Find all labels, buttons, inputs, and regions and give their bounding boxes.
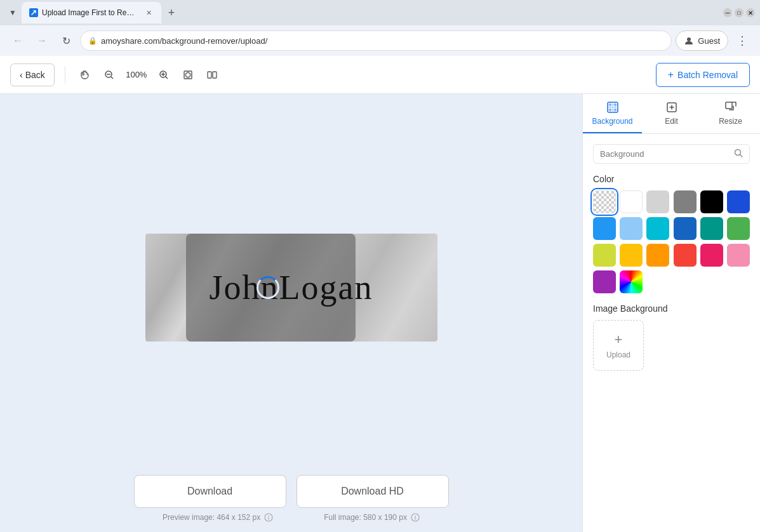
image-wrapper: JohnLogan: [145, 234, 437, 342]
download-hd-button[interactable]: Download HD: [297, 475, 449, 508]
background-tab-label: Background: [592, 117, 632, 126]
zoom-out-icon: [104, 70, 114, 80]
color-swatch-yellow-green[interactable]: [593, 244, 616, 267]
edit-tab-icon: [665, 100, 679, 114]
download-info: Preview image: 464 x 152 px Full image: …: [163, 513, 420, 522]
tab-edit[interactable]: Edit: [642, 94, 701, 133]
minimize-button[interactable]: ─: [723, 8, 732, 17]
split-view-button[interactable]: [203, 65, 222, 84]
tab-resize[interactable]: Resize: [701, 94, 760, 133]
color-swatch-blue[interactable]: [593, 217, 616, 240]
zoom-in-icon: [159, 70, 169, 80]
guest-profile-button[interactable]: Guest: [676, 30, 728, 51]
browser-tab-active[interactable]: Upload Image First to Remo... ✕: [22, 2, 161, 23]
tab-close-button[interactable]: ✕: [143, 8, 154, 18]
color-swatch-dark-blue[interactable]: [727, 190, 750, 213]
svg-rect-18: [609, 103, 611, 106]
color-swatch-green[interactable]: [727, 217, 750, 240]
upload-plus-icon: +: [615, 331, 623, 348]
color-grid: [593, 190, 750, 293]
browser-title-bar: ▼ Upload Image First to Remo... ✕ + ─ □ …: [0, 0, 760, 25]
forward-nav-button[interactable]: →: [32, 30, 52, 51]
browser-controls: ← → ↻ 🔒 amoyshare.com/background-remover…: [0, 25, 760, 56]
search-bar[interactable]: [593, 144, 750, 164]
maximize-button[interactable]: □: [735, 8, 743, 17]
image-preview-container: JohnLogan: [145, 234, 437, 342]
zoom-value-display: 100%: [124, 70, 149, 79]
hand-icon: [79, 69, 91, 81]
address-bar[interactable]: 🔒 amoyshare.com/background-remover/uploa…: [80, 30, 672, 51]
svg-rect-9: [208, 72, 211, 78]
download-section: Download Download HD Preview image: 464 …: [0, 465, 582, 532]
split-view-icon: [207, 70, 217, 80]
back-nav-button[interactable]: ←: [8, 30, 28, 51]
color-section-label: Color: [593, 174, 750, 184]
address-text: amoyshare.com/background-remover/upload/: [101, 36, 663, 46]
color-swatch-yellow[interactable]: [620, 244, 643, 267]
new-tab-button[interactable]: +: [163, 4, 180, 22]
search-input[interactable]: [600, 149, 730, 159]
app-toolbar: ‹ Back 100%: [0, 56, 760, 94]
refresh-button[interactable]: ↻: [56, 30, 76, 51]
hand-tool-button[interactable]: [76, 65, 95, 84]
upload-image-box[interactable]: + Upload: [593, 320, 644, 371]
tab-switcher[interactable]: ▼: [5, 5, 20, 20]
svg-rect-23: [726, 102, 732, 109]
color-swatch-teal[interactable]: [646, 217, 669, 240]
background-tab-icon: [606, 100, 620, 114]
color-swatch-transparent[interactable]: [593, 190, 616, 213]
color-swatch-light-gray[interactable]: [646, 190, 669, 213]
plus-icon: +: [668, 69, 674, 81]
svg-line-25: [740, 155, 743, 157]
color-section: Color: [593, 174, 750, 293]
svg-line-7: [166, 77, 168, 79]
color-swatch-pink-red[interactable]: [700, 244, 723, 267]
profile-icon: [684, 36, 694, 46]
fit-screen-button[interactable]: [178, 65, 197, 84]
zoom-in-button[interactable]: [154, 65, 173, 84]
batch-removal-button[interactable]: + Batch Removal: [656, 63, 750, 87]
fit-screen-icon: [183, 70, 193, 80]
color-swatch-rainbow[interactable]: [620, 270, 643, 293]
browser-chrome: ▼ Upload Image First to Remo... ✕ + ─ □ …: [0, 0, 760, 56]
color-swatch-navy[interactable]: [674, 217, 697, 240]
download-buttons: Download Download HD: [134, 475, 449, 508]
color-swatch-pink[interactable]: [727, 244, 750, 267]
upload-label: Upload: [606, 350, 630, 359]
back-button[interactable]: ‹ Back: [10, 63, 55, 86]
search-icon[interactable]: [734, 149, 743, 159]
back-chevron-icon: ‹: [20, 70, 23, 80]
tab-background[interactable]: Background: [583, 94, 642, 133]
svg-rect-20: [609, 109, 611, 111]
color-swatch-light-blue[interactable]: [620, 217, 643, 240]
app-container: ‹ Back 100%: [0, 56, 760, 532]
color-swatch-black[interactable]: [700, 190, 723, 213]
resize-tab-label: Resize: [719, 117, 742, 126]
color-swatch-gray[interactable]: [674, 190, 697, 213]
color-swatch-white[interactable]: [620, 190, 643, 213]
svg-rect-21: [614, 109, 617, 111]
toolbar-divider: [65, 66, 65, 84]
main-area: JohnLogan Download Download HD: [0, 94, 760, 532]
color-swatch-green-teal[interactable]: [700, 217, 723, 240]
right-panel: Background Edit: [582, 94, 760, 532]
zoom-out-button[interactable]: [100, 65, 119, 84]
panel-tabs: Background Edit: [583, 94, 760, 134]
close-button[interactable]: ✕: [746, 8, 755, 17]
color-swatch-red[interactable]: [674, 244, 697, 267]
color-swatch-purple[interactable]: [593, 270, 616, 293]
image-background-section: Image Background + Upload: [593, 303, 750, 371]
resize-tab-icon: [724, 100, 738, 114]
color-swatch-orange[interactable]: [646, 244, 669, 267]
tab-title: Upload Image First to Remo...: [42, 8, 140, 17]
browser-menu-button[interactable]: ⋮: [732, 30, 752, 51]
svg-line-3: [111, 77, 113, 79]
tab-strip: ▼ Upload Image First to Remo... ✕ +: [5, 2, 180, 23]
full-size-info: Full image: 580 x 190 px: [324, 513, 420, 522]
zoom-controls: 100%: [76, 65, 222, 84]
svg-point-0: [687, 37, 691, 41]
svg-rect-10: [213, 72, 217, 78]
batch-button-label: Batch Removal: [677, 70, 738, 80]
download-button[interactable]: Download: [134, 475, 286, 508]
back-button-label: Back: [25, 70, 45, 80]
